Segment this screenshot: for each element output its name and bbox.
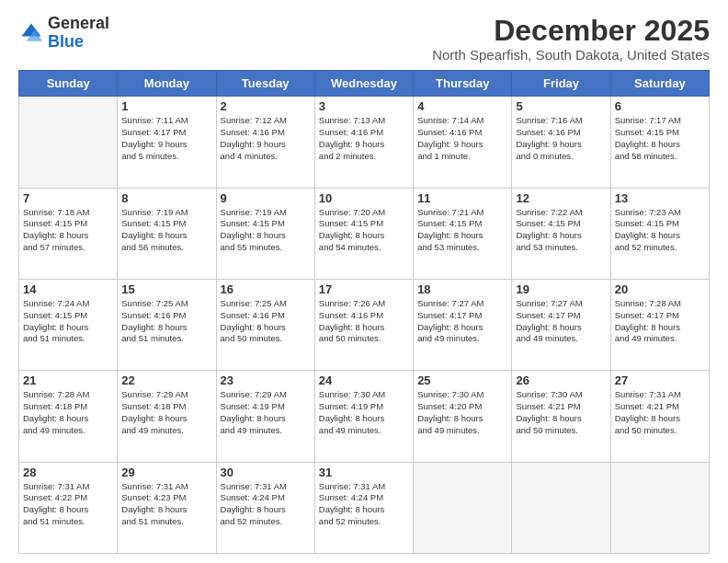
calendar-table: SundayMondayTuesdayWednesdayThursdayFrid… (18, 70, 710, 554)
day-number: 26 (516, 373, 606, 387)
day-info: Sunrise: 7:30 AM Sunset: 4:19 PM Dayligh… (319, 389, 409, 436)
header: General Blue December 2025 North Spearfi… (18, 15, 710, 63)
calendar-cell (512, 462, 610, 553)
day-header-tuesday: Tuesday (216, 71, 314, 97)
day-info: Sunrise: 7:14 AM Sunset: 4:16 PM Dayligh… (417, 115, 507, 162)
day-info: Sunrise: 7:12 AM Sunset: 4:16 PM Dayligh… (221, 115, 311, 162)
page: General Blue December 2025 North Spearfi… (0, 0, 728, 563)
day-info: Sunrise: 7:11 AM Sunset: 4:17 PM Dayligh… (121, 115, 211, 162)
day-number: 23 (221, 373, 311, 387)
day-number: 7 (23, 191, 113, 205)
day-info: Sunrise: 7:26 AM Sunset: 4:16 PM Dayligh… (319, 298, 409, 345)
day-info: Sunrise: 7:29 AM Sunset: 4:18 PM Dayligh… (121, 389, 211, 436)
day-info: Sunrise: 7:28 AM Sunset: 4:18 PM Dayligh… (23, 389, 113, 436)
calendar-cell: 17Sunrise: 7:26 AM Sunset: 4:16 PM Dayli… (314, 279, 413, 370)
day-number: 11 (417, 191, 507, 205)
day-number: 25 (417, 373, 507, 387)
calendar-cell: 6Sunrise: 7:17 AM Sunset: 4:15 PM Daylig… (610, 97, 709, 188)
day-number: 3 (319, 99, 409, 113)
day-number: 10 (319, 191, 409, 205)
calendar-cell (19, 97, 118, 188)
calendar-week-row: 21Sunrise: 7:28 AM Sunset: 4:18 PM Dayli… (19, 371, 710, 462)
day-number: 5 (516, 99, 606, 113)
calendar-cell: 1Sunrise: 7:11 AM Sunset: 4:17 PM Daylig… (118, 97, 216, 188)
day-number: 29 (121, 465, 211, 479)
calendar-cell: 10Sunrise: 7:20 AM Sunset: 4:15 PM Dayli… (314, 188, 413, 279)
calendar-cell: 9Sunrise: 7:19 AM Sunset: 4:15 PM Daylig… (216, 188, 314, 279)
logo-general-text: General (48, 14, 109, 32)
day-header-friday: Friday (512, 71, 610, 97)
calendar-cell (610, 462, 709, 553)
day-number: 19 (516, 282, 606, 296)
day-number: 18 (417, 282, 507, 296)
calendar-cell: 19Sunrise: 7:27 AM Sunset: 4:17 PM Dayli… (512, 279, 610, 370)
day-info: Sunrise: 7:19 AM Sunset: 4:15 PM Dayligh… (121, 207, 211, 254)
day-header-thursday: Thursday (414, 71, 512, 97)
location: North Spearfish, South Dakota, United St… (432, 47, 710, 63)
calendar-cell: 24Sunrise: 7:30 AM Sunset: 4:19 PM Dayli… (314, 371, 413, 462)
calendar-cell: 5Sunrise: 7:16 AM Sunset: 4:16 PM Daylig… (512, 97, 610, 188)
day-number: 12 (516, 191, 606, 205)
logo-text: General Blue (48, 15, 109, 52)
month-title: December 2025 (432, 15, 710, 47)
day-number: 14 (23, 282, 113, 296)
calendar-cell: 16Sunrise: 7:25 AM Sunset: 4:16 PM Dayli… (216, 279, 314, 370)
day-info: Sunrise: 7:17 AM Sunset: 4:15 PM Dayligh… (615, 115, 705, 162)
day-info: Sunrise: 7:20 AM Sunset: 4:15 PM Dayligh… (319, 207, 409, 254)
calendar-header-row: SundayMondayTuesdayWednesdayThursdayFrid… (19, 71, 710, 97)
calendar-cell: 3Sunrise: 7:13 AM Sunset: 4:16 PM Daylig… (314, 97, 413, 188)
calendar-cell: 28Sunrise: 7:31 AM Sunset: 4:22 PM Dayli… (19, 462, 118, 553)
day-info: Sunrise: 7:29 AM Sunset: 4:19 PM Dayligh… (221, 389, 311, 436)
day-number: 4 (417, 99, 507, 113)
day-number: 27 (615, 373, 705, 387)
logo: General Blue (18, 15, 109, 52)
day-number: 20 (615, 282, 705, 296)
day-info: Sunrise: 7:16 AM Sunset: 4:16 PM Dayligh… (516, 115, 606, 162)
calendar-cell: 15Sunrise: 7:25 AM Sunset: 4:16 PM Dayli… (118, 279, 216, 370)
logo-blue-text: Blue (48, 32, 84, 51)
day-number: 31 (319, 465, 409, 479)
day-header-saturday: Saturday (610, 71, 709, 97)
calendar-cell: 4Sunrise: 7:14 AM Sunset: 4:16 PM Daylig… (414, 97, 512, 188)
calendar-cell: 11Sunrise: 7:21 AM Sunset: 4:15 PM Dayli… (414, 188, 512, 279)
day-info: Sunrise: 7:27 AM Sunset: 4:17 PM Dayligh… (417, 298, 507, 345)
day-info: Sunrise: 7:24 AM Sunset: 4:15 PM Dayligh… (23, 298, 113, 345)
day-info: Sunrise: 7:23 AM Sunset: 4:15 PM Dayligh… (615, 207, 705, 254)
day-info: Sunrise: 7:30 AM Sunset: 4:20 PM Dayligh… (417, 389, 507, 436)
day-number: 2 (221, 99, 311, 113)
day-number: 24 (319, 373, 409, 387)
day-header-sunday: Sunday (19, 71, 118, 97)
day-number: 16 (221, 282, 311, 296)
day-number: 1 (121, 99, 211, 113)
title-block: December 2025 North Spearfish, South Dak… (432, 15, 710, 63)
calendar-week-row: 1Sunrise: 7:11 AM Sunset: 4:17 PM Daylig… (19, 97, 710, 188)
calendar-cell: 25Sunrise: 7:30 AM Sunset: 4:20 PM Dayli… (414, 371, 512, 462)
calendar-cell: 8Sunrise: 7:19 AM Sunset: 4:15 PM Daylig… (118, 188, 216, 279)
day-info: Sunrise: 7:21 AM Sunset: 4:15 PM Dayligh… (417, 207, 507, 254)
day-number: 21 (23, 373, 113, 387)
day-number: 17 (319, 282, 409, 296)
day-number: 6 (615, 99, 705, 113)
day-number: 13 (615, 191, 705, 205)
day-header-monday: Monday (118, 71, 216, 97)
calendar-cell: 12Sunrise: 7:22 AM Sunset: 4:15 PM Dayli… (512, 188, 610, 279)
day-header-wednesday: Wednesday (314, 71, 413, 97)
calendar-cell: 2Sunrise: 7:12 AM Sunset: 4:16 PM Daylig… (216, 97, 314, 188)
day-info: Sunrise: 7:30 AM Sunset: 4:21 PM Dayligh… (516, 389, 606, 436)
calendar-cell: 20Sunrise: 7:28 AM Sunset: 4:17 PM Dayli… (610, 279, 709, 370)
day-info: Sunrise: 7:25 AM Sunset: 4:16 PM Dayligh… (121, 298, 211, 345)
calendar-cell: 29Sunrise: 7:31 AM Sunset: 4:23 PM Dayli… (118, 462, 216, 553)
calendar-cell (414, 462, 512, 553)
calendar-cell: 22Sunrise: 7:29 AM Sunset: 4:18 PM Dayli… (118, 371, 216, 462)
day-number: 30 (221, 465, 311, 479)
calendar-cell: 26Sunrise: 7:30 AM Sunset: 4:21 PM Dayli… (512, 371, 610, 462)
calendar-cell: 13Sunrise: 7:23 AM Sunset: 4:15 PM Dayli… (610, 188, 709, 279)
day-info: Sunrise: 7:31 AM Sunset: 4:22 PM Dayligh… (23, 481, 113, 528)
day-number: 22 (121, 373, 211, 387)
calendar-cell: 31Sunrise: 7:31 AM Sunset: 4:24 PM Dayli… (314, 462, 413, 553)
day-info: Sunrise: 7:31 AM Sunset: 4:23 PM Dayligh… (121, 481, 211, 528)
day-info: Sunrise: 7:13 AM Sunset: 4:16 PM Dayligh… (319, 115, 409, 162)
calendar-week-row: 14Sunrise: 7:24 AM Sunset: 4:15 PM Dayli… (19, 279, 710, 370)
calendar-week-row: 28Sunrise: 7:31 AM Sunset: 4:22 PM Dayli… (19, 462, 710, 553)
day-number: 8 (121, 191, 211, 205)
